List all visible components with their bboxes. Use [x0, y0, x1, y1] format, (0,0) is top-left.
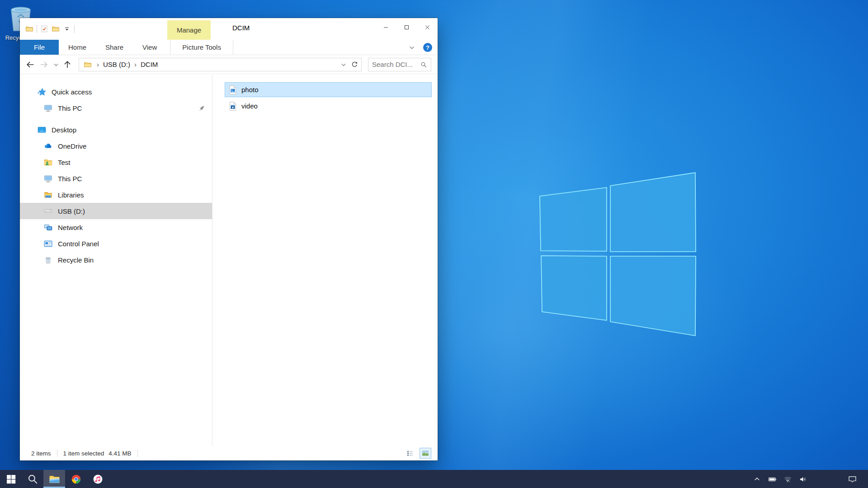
- navigation-toolbar: ›USB (D:)›DCIM Search DCI...: [20, 55, 438, 74]
- close-button[interactable]: [417, 18, 438, 36]
- sidebar-item-network[interactable]: Network: [20, 219, 212, 235]
- minimize-icon: [382, 24, 389, 31]
- recent-locations-chevron[interactable]: [52, 61, 60, 68]
- refresh-icon[interactable]: [351, 61, 359, 68]
- breadcrumb-item-usb-d[interactable]: USB (D:): [103, 61, 130, 68]
- network-icon: [43, 223, 53, 232]
- address-bar[interactable]: ›USB (D:)›DCIM: [79, 58, 362, 71]
- file-name: video: [241, 102, 258, 110]
- video-file-icon: [229, 101, 237, 111]
- quick-access-toolbar: [25, 18, 75, 40]
- up-button[interactable]: [62, 60, 72, 70]
- sidebar-item-this-pc[interactable]: This PC: [20, 170, 212, 187]
- sidebar-item-recycle-bin[interactable]: Recycle Bin: [20, 252, 212, 268]
- libraries-icon: [43, 190, 53, 200]
- items-count: 2 items: [31, 450, 51, 457]
- file-list: photovideo: [212, 75, 438, 446]
- maximize-button[interactable]: [396, 18, 417, 36]
- this-pc-icon: [43, 174, 53, 183]
- breadcrumb-item-dcim[interactable]: DCIM: [141, 61, 158, 68]
- tab-file[interactable]: File: [20, 40, 59, 55]
- chrome-icon: [71, 474, 82, 485]
- search-input[interactable]: Search DCI...: [368, 58, 431, 71]
- taskbar-button-search[interactable]: [22, 470, 43, 488]
- sidebar-item-label: Libraries: [58, 191, 84, 199]
- taskbar-buttons: [0, 470, 108, 488]
- status-bar: 2 items 1 item selected 4.41 MB: [20, 446, 438, 460]
- taskbar-button-file-explorer[interactable]: [43, 470, 65, 488]
- taskbar-button-chrome[interactable]: [65, 470, 87, 488]
- sidebar-item-test[interactable]: Test: [20, 154, 212, 170]
- system-tray: [753, 470, 807, 488]
- navigation-pane: Quick accessThis PCDesktopOneDriveTestTh…: [20, 75, 212, 446]
- quick-access-star-icon: [37, 87, 47, 97]
- tray-battery[interactable]: [768, 475, 777, 483]
- tab-home[interactable]: Home: [59, 40, 96, 55]
- recycle-bin-icon: [43, 255, 53, 265]
- tab-manage[interactable]: Manage: [167, 20, 211, 40]
- sidebar-item-quick-access[interactable]: Quick access: [20, 84, 212, 100]
- help-icon[interactable]: ?: [423, 43, 432, 52]
- file-explorer-window: Manage DCIM File Home Share View Picture…: [20, 18, 438, 460]
- sidebar-item-usb-d[interactable]: USB (D:): [20, 203, 212, 219]
- sidebar-item-onedrive[interactable]: OneDrive: [20, 138, 212, 154]
- properties-check-icon[interactable]: [40, 25, 48, 33]
- action-center-button[interactable]: [843, 470, 862, 488]
- selection-size: 4.41 MB: [108, 450, 131, 457]
- sidebar-tree: Quick accessThis PCDesktopOneDriveTestTh…: [20, 84, 212, 268]
- status-separator: [137, 450, 138, 457]
- customize-chevron-icon[interactable]: [63, 25, 71, 33]
- onedrive-icon: [43, 141, 53, 151]
- title-bar: Manage DCIM: [20, 18, 438, 40]
- windows-start-icon: [5, 474, 17, 485]
- tray-hidden-icons[interactable]: [753, 475, 761, 483]
- sidebar-item-libraries[interactable]: Libraries: [20, 187, 212, 203]
- search-icon[interactable]: [420, 61, 427, 68]
- sidebar-item-this-pc[interactable]: This PC: [20, 100, 212, 116]
- ribbon-tabs: File Home Share View Picture Tools ?: [20, 40, 438, 55]
- ribbon-collapse-chevron-icon[interactable]: [408, 43, 416, 52]
- caption-buttons: [375, 18, 438, 36]
- status-separator: [57, 450, 57, 457]
- folder-icon[interactable]: [52, 25, 60, 33]
- back-button[interactable]: [25, 60, 35, 70]
- file-item-photo[interactable]: photo: [225, 82, 432, 97]
- qat-separator: [74, 25, 75, 33]
- sidebar-item-label: OneDrive: [58, 142, 86, 150]
- user-folder-icon: [43, 158, 53, 167]
- location-folder-icon: [84, 61, 92, 69]
- minimize-button[interactable]: [375, 18, 396, 36]
- sidebar-item-desktop[interactable]: Desktop: [20, 122, 212, 138]
- file-item-video[interactable]: video: [225, 99, 432, 113]
- itunes-icon: [92, 474, 104, 485]
- tab-share[interactable]: Share: [96, 40, 133, 55]
- sidebar-item-label: This PC: [58, 175, 82, 183]
- sidebar-item-label: Control Panel: [58, 240, 99, 248]
- thumbnail-view-button[interactable]: [420, 448, 431, 459]
- taskbar-button-start[interactable]: [0, 470, 22, 488]
- tab-view[interactable]: View: [133, 40, 166, 55]
- control-panel-icon: [43, 239, 53, 249]
- tab-picture-tools[interactable]: Picture Tools: [170, 40, 233, 55]
- taskbar-button-itunes[interactable]: [87, 470, 108, 488]
- close-icon: [424, 24, 431, 31]
- sidebar-item-label: Test: [58, 159, 71, 166]
- folder-icon[interactable]: [25, 25, 33, 33]
- tray-wifi[interactable]: [783, 475, 792, 483]
- sidebar-item-label: USB (D:): [58, 207, 85, 215]
- action-center-icon: [848, 474, 857, 484]
- tray-volume[interactable]: [799, 475, 807, 483]
- usb-drive-icon: [43, 206, 53, 216]
- breadcrumb-separator: ›: [93, 61, 103, 68]
- file-name: photo: [241, 86, 259, 94]
- this-pc-icon: [43, 103, 53, 113]
- address-dropdown-chevron[interactable]: [340, 61, 347, 68]
- details-view-button[interactable]: [404, 448, 416, 459]
- sidebar-item-control-panel[interactable]: Control Panel: [20, 235, 212, 252]
- search-placeholder: Search DCI...: [372, 61, 420, 68]
- sidebar-item-label: This PC: [58, 104, 82, 112]
- maximize-icon: [403, 24, 410, 31]
- sidebar-item-label: Recycle Bin: [58, 256, 94, 264]
- qat-separator: [37, 25, 37, 33]
- forward-button[interactable]: [39, 60, 49, 70]
